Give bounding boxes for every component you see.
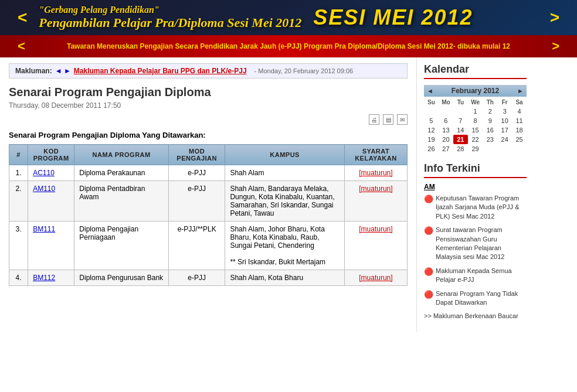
sub-banner: < Tawaran Meneruskan Pengajian Secara Pe… <box>0 35 577 57</box>
cal-day[interactable]: 24 <box>497 135 512 144</box>
cal-day[interactable]: 6 <box>439 116 453 125</box>
col-header-syarat: SYARATKELAYAKAN <box>344 145 407 165</box>
section-heading: Senarai Program Pengajian Diploma Yang D… <box>9 131 408 139</box>
info-bullet-icon: 🔴 <box>424 267 433 277</box>
info-item[interactable]: 🔴Makluman Kepada Semua Pelajar e-PJJ <box>424 267 527 285</box>
info-item-text[interactable]: Surat tawaran Program Pensiswazahan Guru… <box>436 226 527 262</box>
cal-day-header: Th <box>483 98 497 107</box>
cal-day <box>483 144 497 154</box>
action-icons-row: 🖨 ▤ ✉ <box>9 114 408 125</box>
cal-day[interactable]: 28 <box>453 144 468 154</box>
banner-main-title: Pengambilan Pelajar Pra/Diploma Sesi Mei… <box>39 15 301 30</box>
cal-prev-icon[interactable]: ◄ <box>427 87 433 94</box>
cell-mod: e-PJJ <box>168 165 225 181</box>
col-header-mod: MODPENGAJIAN <box>168 145 225 165</box>
cal-day-header: Su <box>424 98 439 107</box>
notice-bar: Makluman: ◄ ► Makluman Kepada Pelajar Ba… <box>9 63 408 79</box>
cal-day[interactable]: 16 <box>483 125 497 135</box>
notice-link[interactable]: Makluman Kepada Pelajar Baru PPG dan PLK… <box>74 67 247 75</box>
notice-nav-icons[interactable]: ◄ ► <box>55 67 71 75</box>
cal-day <box>453 107 468 116</box>
cal-day[interactable]: 8 <box>468 116 483 125</box>
cal-day[interactable]: 9 <box>483 116 497 125</box>
cal-day-header: Mo <box>439 98 453 107</box>
cal-day[interactable]: 21 <box>453 135 468 144</box>
cell-num: 1. <box>9 165 28 181</box>
table-row: 3. BM111 Diploma Pengajian Perniagaan e-… <box>9 221 408 270</box>
info-arrow-link[interactable]: >> Makluman Berkenaan Baucar <box>424 312 518 321</box>
cal-day[interactable]: 11 <box>512 116 527 125</box>
cal-day[interactable]: 25 <box>512 135 527 144</box>
banner-next-nav[interactable]: > <box>550 8 559 27</box>
pdf-icon[interactable]: ▤ <box>383 114 393 125</box>
cal-month-year: February 2012 <box>452 87 499 95</box>
cell-syarat[interactable]: [muaturun] <box>344 181 407 221</box>
cell-syarat[interactable]: [muaturun] <box>344 270 407 286</box>
cell-nama: Diploma Pengurusan Bank <box>74 270 169 286</box>
cal-day[interactable]: 18 <box>512 125 527 135</box>
info-item[interactable]: 🔴Keputusan Tawaran Program Ijazah Sarjan… <box>424 194 527 221</box>
cell-kod: BM111 <box>28 221 74 270</box>
banner-prev-nav[interactable]: < <box>18 8 27 27</box>
cal-day[interactable]: 29 <box>468 144 483 154</box>
cell-mod: e-PJJ <box>168 181 225 221</box>
cal-day[interactable]: 5 <box>424 116 439 125</box>
cal-day[interactable]: 26 <box>424 144 439 154</box>
email-icon[interactable]: ✉ <box>397 114 408 125</box>
info-item[interactable]: 🔴Senarai Program Yang Tidak Dapat Ditawa… <box>424 289 527 308</box>
cal-day[interactable]: 19 <box>424 135 439 144</box>
info-terkini-title: Info Terkini <box>424 162 527 178</box>
banner-sesi-text: SESI MEI 2012 <box>313 5 473 30</box>
cal-day[interactable]: 22 <box>468 135 483 144</box>
cal-day[interactable]: 12 <box>424 125 439 135</box>
main-layout: Makluman: ◄ ► Makluman Kepada Pelajar Ba… <box>0 57 577 332</box>
info-item-text[interactable]: Keputusan Tawaran Program Ijazah Sarjana… <box>436 194 527 221</box>
col-header-num: # <box>9 145 28 165</box>
sub-banner-prev[interactable]: < <box>18 39 25 54</box>
cell-syarat[interactable]: [muaturun] <box>344 165 407 181</box>
info-item[interactable]: 🔴Surat tawaran Program Pensiswazahan Gur… <box>424 226 527 262</box>
cell-num: 4. <box>9 270 28 286</box>
cal-day <box>439 107 453 116</box>
program-table: # KODPROGRAM NAMA PROGRAM MODPENGAJIAN K… <box>9 144 408 286</box>
header-banner: < "Gerbang Pelang Pendidikan" Pengambila… <box>0 0 577 35</box>
cal-day-header: Tu <box>453 98 468 107</box>
cal-day[interactable]: 10 <box>497 116 512 125</box>
cal-day[interactable]: 14 <box>453 125 468 135</box>
col-header-kod: KODPROGRAM <box>28 145 74 165</box>
cell-num: 3. <box>9 221 28 270</box>
cal-day[interactable]: 1 <box>468 107 483 116</box>
cal-day[interactable]: 2 <box>483 107 497 116</box>
calendar: ◄ February 2012 ► SuMoTuWeThFrSa 1234567… <box>424 85 527 154</box>
cal-day[interactable]: 23 <box>483 135 497 144</box>
cell-syarat[interactable]: [muaturun] <box>344 221 407 270</box>
print-icon[interactable]: 🖨 <box>369 114 379 125</box>
calendar-title: Kalendar <box>424 63 527 79</box>
cell-kampus: Shah Alam, Johor Bharu, Kota Bharu, Kota… <box>225 221 345 270</box>
cal-day-header: We <box>468 98 483 107</box>
info-item-text[interactable]: Senarai Program Yang Tidak Dapat Ditawar… <box>436 289 527 308</box>
cal-day <box>497 144 512 154</box>
cal-day[interactable]: 15 <box>468 125 483 135</box>
notice-label: Makluman: <box>15 67 52 75</box>
cell-nama: Diploma Pentadbiran Awam <box>74 181 169 221</box>
cell-kampus: Shah Alam <box>225 165 345 181</box>
page-date: Thursday, 08 December 2011 17:50 <box>9 101 408 110</box>
page-title: Senarai Program Pengajian Diploma <box>9 86 408 99</box>
cal-day[interactable]: 4 <box>512 107 527 116</box>
cal-next-icon[interactable]: ► <box>517 87 524 94</box>
cal-day[interactable]: 20 <box>439 135 453 144</box>
cell-mod: e-PJJ/**PLK <box>168 221 225 270</box>
info-arrow-item[interactable]: >> Makluman Berkenaan Baucar <box>424 312 527 321</box>
cal-day[interactable]: 13 <box>439 125 453 135</box>
col-header-nama: NAMA PROGRAM <box>74 145 169 165</box>
info-item-text[interactable]: Makluman Kepada Semua Pelajar e-PJJ <box>436 267 527 285</box>
cal-day[interactable]: 17 <box>497 125 512 135</box>
cal-day[interactable]: 7 <box>453 116 468 125</box>
cal-day[interactable]: 3 <box>497 107 512 116</box>
cell-num: 2. <box>9 181 28 221</box>
cal-day[interactable]: 27 <box>439 144 453 154</box>
cell-nama: Diploma Pengajian Perniagaan <box>74 221 169 270</box>
cell-kod: BM112 <box>28 270 74 286</box>
sub-banner-next[interactable]: > <box>552 39 559 54</box>
